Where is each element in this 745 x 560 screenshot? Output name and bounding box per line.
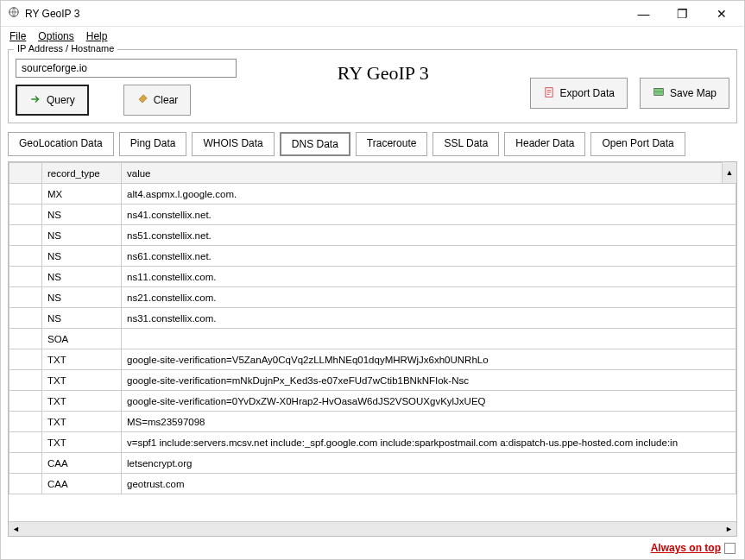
value-cell: ns11.constellix.com.: [122, 267, 736, 287]
table-row[interactable]: MXalt4.aspmx.l.google.com.: [9, 184, 736, 204]
column-header[interactable]: value: [122, 163, 736, 184]
row-selector[interactable]: [9, 453, 42, 474]
clear-button[interactable]: Clear: [123, 85, 192, 116]
table-row[interactable]: TXTv=spf1 include:servers.mcsv.net inclu…: [9, 432, 736, 453]
row-selector[interactable]: [9, 474, 42, 494]
column-header[interactable]: record_type: [42, 163, 122, 184]
query-button[interactable]: Query: [16, 85, 89, 116]
row-selector[interactable]: [9, 391, 42, 412]
value-cell: geotrust.com: [122, 474, 736, 494]
window-controls: — ❐ ✕: [624, 2, 741, 26]
tab-ssl-data[interactable]: SSL Data: [432, 132, 499, 156]
value-cell: google-site-verification=mNkDujnPx_Ked3s…: [122, 370, 736, 391]
map-icon: [653, 86, 665, 101]
page-title: RY GeoIP 3: [247, 59, 520, 85]
table-row[interactable]: CAAletsencrypt.org: [9, 453, 736, 474]
always-on-top-link[interactable]: Always on top: [651, 542, 721, 554]
record-type-cell: TXT: [42, 349, 122, 370]
row-selector[interactable]: [9, 308, 42, 329]
value-cell: ns21.constellix.com.: [122, 287, 736, 308]
minimize-button[interactable]: —: [624, 2, 663, 26]
column-header[interactable]: [9, 163, 42, 184]
tab-geolocation-data[interactable]: GeoLocation Data: [8, 132, 114, 156]
table-row[interactable]: NSns31.constellix.com.: [9, 308, 736, 329]
value-cell: ns61.constellix.net.: [122, 246, 736, 267]
record-type-cell: NS: [42, 204, 122, 225]
menu-file[interactable]: File: [9, 30, 26, 42]
arrow-right-icon: [29, 93, 41, 108]
row-selector[interactable]: [9, 225, 42, 246]
value-cell: google-site-verification=V5ZanAy0CqVq2zL…: [122, 349, 736, 370]
record-type-cell: SOA: [42, 329, 122, 349]
row-selector[interactable]: [9, 329, 42, 349]
table-row[interactable]: TXTgoogle-site-verification=mNkDujnPx_Ke…: [9, 370, 736, 391]
table-row[interactable]: NSns11.constellix.com.: [9, 267, 736, 287]
record-type-cell: MX: [42, 184, 122, 204]
record-type-cell: TXT: [42, 391, 122, 412]
record-type-cell: CAA: [42, 453, 122, 474]
table-row[interactable]: SOA: [9, 329, 736, 349]
table-row[interactable]: TXTgoogle-site-verification=V5ZanAy0CqVq…: [9, 349, 736, 370]
titlebar: RY GeoIP 3 — ❐ ✕: [1, 1, 744, 27]
row-selector[interactable]: [9, 412, 42, 432]
broom-icon: [136, 93, 148, 108]
record-type-cell: NS: [42, 246, 122, 267]
value-cell: [122, 329, 736, 349]
table-row[interactable]: NSns61.constellix.net.: [9, 246, 736, 267]
globe-icon: [8, 6, 20, 21]
value-cell: v=spf1 include:servers.mcsv.net include:…: [122, 432, 736, 453]
menu-options[interactable]: Options: [38, 30, 73, 42]
record-type-cell: NS: [42, 225, 122, 246]
row-selector[interactable]: [9, 267, 42, 287]
always-on-top-checkbox[interactable]: [724, 543, 736, 554]
scroll-up-button[interactable]: ▲: [722, 162, 736, 183]
row-selector[interactable]: [9, 287, 42, 308]
table-row[interactable]: CAAgeotrust.com: [9, 474, 736, 494]
value-cell: ns41.constellix.net.: [122, 204, 736, 225]
clear-button-label: Clear: [154, 94, 179, 106]
row-selector[interactable]: [9, 349, 42, 370]
value-cell: ns51.constellix.net.: [122, 225, 736, 246]
row-selector[interactable]: [9, 370, 42, 391]
value-cell: MS=ms23597098: [122, 412, 736, 432]
row-selector[interactable]: [9, 204, 42, 225]
close-button[interactable]: ✕: [702, 2, 741, 26]
window-title: RY GeoIP 3: [25, 8, 79, 20]
fieldset-legend: IP Address / Hostname: [14, 43, 117, 53]
tab-whois-data[interactable]: WHOIS Data: [192, 132, 274, 156]
tab-dns-data[interactable]: DNS Data: [280, 132, 350, 156]
horizontal-scrollbar[interactable]: ◄ ►: [9, 521, 736, 536]
value-cell: letsencrypt.org: [122, 453, 736, 474]
record-type-cell: TXT: [42, 370, 122, 391]
table-row[interactable]: TXTgoogle-site-verification=0YvDxZW-X0Hr…: [9, 391, 736, 412]
tab-bar: GeoLocation DataPing DataWHOIS DataDNS D…: [1, 125, 744, 156]
record-type-cell: NS: [42, 287, 122, 308]
scroll-right-button[interactable]: ►: [722, 522, 736, 537]
footer: Always on top: [1, 538, 744, 559]
hostname-input[interactable]: [16, 59, 237, 78]
record-type-cell: TXT: [42, 432, 122, 453]
save-map-button[interactable]: Save Map: [640, 78, 729, 109]
export-data-button-label: Export Data: [560, 87, 615, 99]
table-row[interactable]: NSns41.constellix.net.: [9, 204, 736, 225]
maximize-button[interactable]: ❐: [663, 2, 702, 26]
tab-header-data[interactable]: Header Data: [504, 132, 585, 156]
table-row[interactable]: NSns21.constellix.com.: [9, 287, 736, 308]
tab-open-port-data[interactable]: Open Port Data: [590, 132, 685, 156]
export-data-button[interactable]: Export Data: [530, 78, 628, 109]
pdf-icon: [543, 86, 555, 101]
record-type-cell: NS: [42, 308, 122, 329]
value-cell: google-site-verification=0YvDxZW-X0Hrap2…: [122, 391, 736, 412]
tab-ping-data[interactable]: Ping Data: [119, 132, 187, 156]
row-selector[interactable]: [9, 246, 42, 267]
table-row[interactable]: NSns51.constellix.net.: [9, 225, 736, 246]
tab-traceroute[interactable]: Traceroute: [356, 132, 428, 156]
table-row[interactable]: TXTMS=ms23597098: [9, 412, 736, 432]
value-cell: alt4.aspmx.l.google.com.: [122, 184, 736, 204]
record-type-cell: CAA: [42, 474, 122, 494]
record-type-cell: TXT: [42, 412, 122, 432]
scroll-left-button[interactable]: ◄: [9, 522, 23, 537]
row-selector[interactable]: [9, 432, 42, 453]
menu-help[interactable]: Help: [86, 30, 108, 42]
row-selector[interactable]: [9, 184, 42, 204]
